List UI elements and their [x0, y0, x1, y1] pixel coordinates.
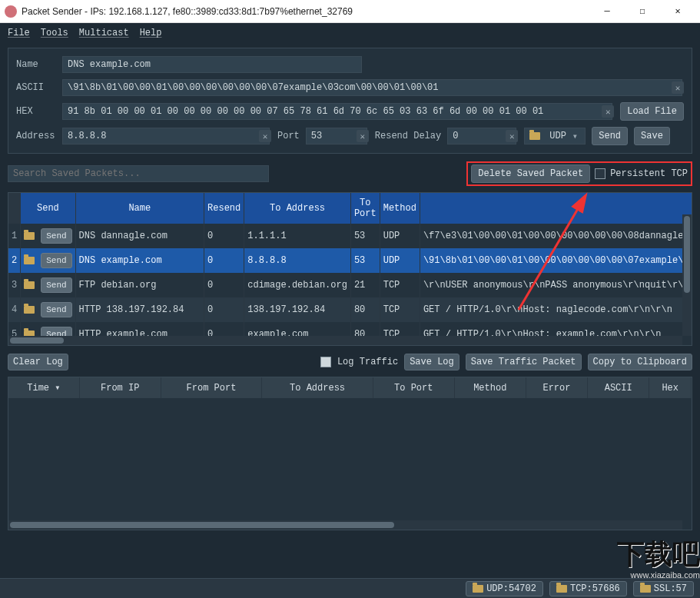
- log-col-header[interactable]: Method: [454, 377, 526, 398]
- vertical-scrollbar[interactable]: [682, 214, 692, 336]
- table-row[interactable]: 2SendDNS example.com08.8.8.853UDP\91\8b\…: [8, 248, 692, 273]
- log-col-header[interactable]: From IP: [79, 377, 161, 398]
- menubar: File Tools Multicast Help: [0, 23, 700, 43]
- log-col-header[interactable]: From Port: [161, 377, 262, 398]
- col-header[interactable]: Resend: [204, 193, 244, 224]
- folder-icon: [24, 232, 35, 240]
- delete-saved-packet-button[interactable]: Delete Saved Packet: [471, 164, 590, 183]
- status-bar: UDP:54702 TCP:57686 SSL:57: [0, 578, 700, 598]
- traffic-log-table: Time ▾From IPFrom PortTo AddressTo PortM…: [8, 377, 692, 530]
- maximize-button[interactable]: ☐: [625, 0, 660, 23]
- udp-status-button[interactable]: UDP:54702: [466, 581, 543, 596]
- delete-persistent-region: Delete Saved Packet Persistent TCP: [466, 161, 692, 186]
- log-col-header[interactable]: ASCII: [588, 377, 649, 398]
- ascii-input[interactable]: [62, 79, 682, 96]
- log-traffic-checkbox[interactable]: [320, 357, 331, 367]
- name-label: Name: [16, 59, 56, 70]
- clear-resend-icon[interactable]: ✕: [506, 130, 518, 142]
- col-header[interactable]: To Address: [244, 193, 351, 224]
- col-header[interactable]: Method: [380, 193, 420, 224]
- log-col-header[interactable]: To Port: [373, 377, 454, 398]
- close-button[interactable]: ✕: [660, 0, 695, 23]
- app-logo-icon: [5, 5, 17, 18]
- log-col-header[interactable]: Hex: [649, 377, 692, 398]
- clear-address-icon[interactable]: ✕: [259, 130, 271, 142]
- tcp-status-button[interactable]: TCP:57686: [549, 581, 627, 596]
- persistent-tcp-checkbox[interactable]: [595, 168, 605, 179]
- table-row[interactable]: 1SendDNS dannagle.com01.1.1.153UDP\f7\e3…: [8, 224, 692, 248]
- save-log-button[interactable]: Save Log: [404, 354, 459, 370]
- menu-multicast[interactable]: Multicast: [79, 28, 129, 38]
- window-title: Packet Sender - IPs: 192.168.1.127, fe80…: [22, 6, 589, 17]
- save-button[interactable]: Save: [634, 127, 670, 145]
- table-row[interactable]: 3SendFTP debian.org0cdimage.debian.org21…: [8, 273, 692, 297]
- name-input[interactable]: [62, 56, 362, 73]
- save-traffic-packet-button[interactable]: Save Traffic Packet: [466, 354, 582, 370]
- horizontal-scrollbar[interactable]: [8, 336, 682, 345]
- hex-input[interactable]: [62, 103, 612, 120]
- row-send-button[interactable]: Send: [41, 302, 71, 317]
- chevron-down-icon: ▾: [572, 131, 578, 142]
- col-header[interactable]: Send: [21, 193, 75, 224]
- col-header[interactable]: [420, 193, 692, 224]
- resend-label: Resend Delay: [375, 131, 441, 141]
- folder-icon: [24, 281, 35, 289]
- send-button[interactable]: Send: [592, 127, 628, 145]
- log-col-header[interactable]: Time ▾: [8, 377, 79, 398]
- hex-label: HEX: [16, 106, 56, 117]
- address-input[interactable]: [62, 128, 270, 145]
- search-input[interactable]: [8, 165, 269, 182]
- persistent-tcp-label: Persistent TCP: [610, 168, 688, 179]
- menu-tools[interactable]: Tools: [41, 28, 68, 38]
- packet-editor-panel: Name ASCII ✕ HEX ✕ Load File Address ✕ P…: [8, 48, 692, 154]
- clear-log-button[interactable]: Clear Log: [8, 354, 68, 370]
- clear-port-icon[interactable]: ✕: [357, 130, 369, 142]
- port-label: Port: [277, 131, 300, 141]
- folder-icon: [24, 257, 35, 264]
- address-label: Address: [16, 131, 56, 141]
- log-horizontal-scrollbar[interactable]: [8, 520, 682, 530]
- titlebar: Packet Sender - IPs: 192.168.1.127, fe80…: [0, 0, 700, 23]
- folder-icon: [529, 132, 540, 140]
- menu-help[interactable]: Help: [140, 28, 162, 38]
- ascii-label: ASCII: [16, 82, 56, 93]
- col-header[interactable]: To Port: [350, 193, 380, 224]
- minimize-button[interactable]: —: [589, 0, 625, 23]
- folder-icon: [24, 306, 35, 314]
- protocol-select[interactable]: UDP ▾: [524, 128, 586, 145]
- log-traffic-label: Log Traffic: [337, 357, 398, 367]
- log-col-header[interactable]: To Address: [262, 377, 373, 398]
- menu-file[interactable]: File: [8, 28, 30, 38]
- load-file-button[interactable]: Load File: [620, 102, 684, 121]
- row-send-button[interactable]: Send: [41, 277, 71, 293]
- table-row[interactable]: 4SendHTTP 138.197.192.840138.197.192.848…: [8, 297, 692, 322]
- ssl-status-button[interactable]: SSL:57: [633, 581, 694, 596]
- saved-packets-table: SendNameResendTo AddressTo PortMethod1Se…: [8, 192, 692, 346]
- clear-ascii-icon[interactable]: ✕: [672, 81, 684, 94]
- clear-hex-icon[interactable]: ✕: [602, 105, 614, 118]
- col-header[interactable]: Name: [75, 193, 204, 224]
- copy-to-clipboard-button[interactable]: Copy to Clipboard: [588, 354, 692, 370]
- row-send-button[interactable]: Send: [41, 253, 71, 268]
- row-send-button[interactable]: Send: [41, 228, 71, 244]
- log-col-header[interactable]: Error: [526, 377, 587, 398]
